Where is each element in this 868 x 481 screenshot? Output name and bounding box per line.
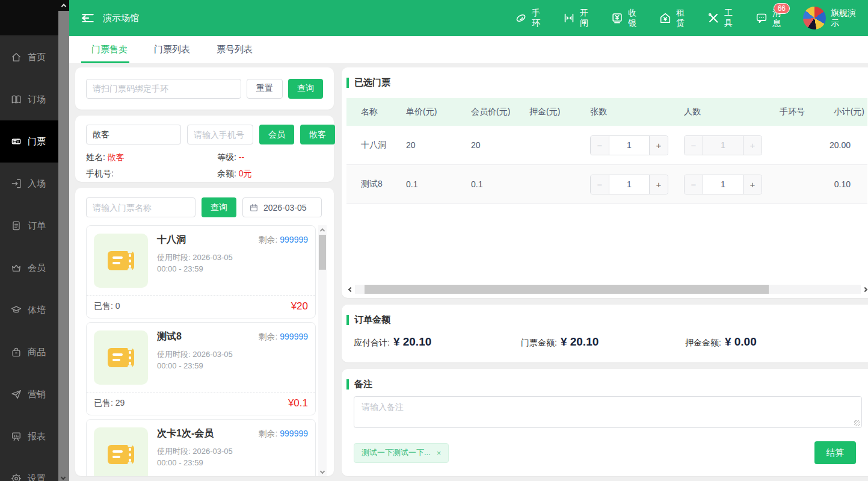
ticket-query-button[interactable]: 查询 <box>202 197 236 217</box>
sidebar-scrollbar[interactable] <box>58 0 69 481</box>
scroll-down-icon[interactable] <box>61 475 66 480</box>
scrollbar-track[interactable] <box>355 285 861 294</box>
sold-value: 29 <box>115 398 125 408</box>
top-nav: 手环 开闸 收银 租赁 工具 <box>514 7 860 29</box>
sidebar-item-orders[interactable]: 订单 <box>0 205 58 247</box>
sidebar-item-home[interactable]: 首页 <box>0 36 58 78</box>
sidebar-item-entry[interactable]: 入场 <box>0 163 58 205</box>
ticket-period: 使用时段: 2026-03-0500:00 - 23:59 <box>157 349 308 371</box>
topnav-label: 工具 <box>724 8 733 28</box>
topnav-rental[interactable]: 租赁 <box>659 8 685 28</box>
reset-button[interactable]: 重置 <box>247 79 283 99</box>
scan-code-input[interactable] <box>86 79 241 99</box>
section-accent-bar <box>346 315 349 325</box>
qty-value[interactable]: 1 <box>609 175 650 194</box>
topnav-tools[interactable]: 工具 <box>707 8 733 28</box>
selected-tickets-title: 已选门票 <box>354 77 390 88</box>
date-picker[interactable]: 2026-03-05 <box>242 197 322 217</box>
crown-icon <box>10 262 22 274</box>
tab-ticket-list[interactable]: 门票列表 <box>154 36 190 63</box>
tab-ticket-number-list[interactable]: 票号列表 <box>217 36 253 63</box>
topnav-gate[interactable]: 开闸 <box>562 8 589 28</box>
ticket-card[interactable]: 次卡1次-会员 剩余: 999999 使用时段: 2026-03-0500:00… <box>86 419 316 476</box>
member-button[interactable]: 会员 <box>259 125 294 144</box>
date-value: 2026-03-05 <box>263 203 307 213</box>
message-bubble-icon <box>755 11 768 25</box>
sidebar-item-label: 设置 <box>28 473 46 481</box>
section-accent-bar <box>346 379 349 389</box>
member-name-input[interactable] <box>86 125 181 144</box>
ticket-list-scrollbar[interactable] <box>318 225 327 476</box>
qty-increase-button[interactable]: + <box>650 136 668 155</box>
ticket-period: 使用时段: 2026-03-0500:00 - 23:59 <box>157 252 308 275</box>
sidebar-item-goods[interactable]: 商品 <box>0 331 58 373</box>
remain-value: 999999 <box>280 429 308 438</box>
sidebar-item-training[interactable]: 体培 <box>0 289 58 331</box>
scroll-down-icon[interactable] <box>320 469 325 474</box>
ticket-name-input[interactable] <box>86 197 195 217</box>
sidebar-item-reports[interactable]: 报表 <box>0 415 58 458</box>
people-decrease-button[interactable]: − <box>685 175 703 194</box>
sold-label: 已售: <box>94 301 113 311</box>
sidebar-item-label: 营销 <box>28 389 46 400</box>
topnav-cashier[interactable]: 收银 <box>611 8 637 28</box>
period-time: 00:00 - 23:59 <box>157 264 203 273</box>
order-amount-card: 订单金额 应付合计: ¥ 20.10 门票金额: ¥ 20.10 押金金额: <box>342 305 868 362</box>
member-phone-row: 手机号: <box>86 169 217 179</box>
settle-button[interactable]: 结算 <box>814 441 856 464</box>
sidebar-item-marketing[interactable]: 营销 <box>0 373 58 415</box>
gate-icon <box>562 11 576 25</box>
remain-label: 剩余: <box>259 332 278 341</box>
sidebar-item-members[interactable]: 会员 <box>0 247 58 289</box>
sidebar-item-settings[interactable]: 设置 <box>0 458 58 481</box>
payable-label: 应付合计: <box>354 338 390 349</box>
topnav-messages[interactable]: 消息 66 <box>755 8 781 28</box>
deposit-amount-value: ¥ 0.00 <box>725 335 757 349</box>
topnav-band[interactable]: 手环 <box>514 8 541 28</box>
people-value[interactable]: 1 <box>703 175 743 194</box>
app-screen: 首页 订场 门票 入场 订单 会员 体培 商品 <box>0 0 868 481</box>
scroll-up-icon[interactable] <box>58 0 69 11</box>
remain-label: 剩余: <box>259 429 278 438</box>
col-band-number: 手环号 <box>780 107 822 117</box>
remark-title: 备注 <box>354 379 372 390</box>
user-avatar <box>803 7 826 29</box>
sidebar-item-label: 体培 <box>28 305 46 316</box>
right-panel: 已选门票 名称 单价(元) 会员价(元) 押金(元) 张数 人数 手环号 小计(… <box>342 67 868 476</box>
booking-icon <box>10 93 22 105</box>
scan-query-button[interactable]: 查询 <box>288 79 323 99</box>
ticket-name: 十八洞 <box>157 234 186 246</box>
qty-increase-button[interactable]: + <box>650 175 668 194</box>
people-increase-button[interactable]: + <box>743 175 762 194</box>
payable-value: ¥ 20.10 <box>393 335 431 349</box>
qty-decrease-button[interactable]: − <box>591 136 609 155</box>
collapse-menu-icon[interactable] <box>80 10 96 26</box>
remark-tag[interactable]: 测试一下测试一下... × <box>354 443 449 463</box>
guest-button[interactable]: 散客 <box>300 125 335 144</box>
scroll-left-icon[interactable] <box>346 288 355 291</box>
qty-value[interactable]: 1 <box>609 136 650 155</box>
ticket-card[interactable]: 测试8 剩余: 999999 使用时段: 2026-03-0500:00 - 2… <box>86 322 316 415</box>
sidebar-item-label: 商品 <box>28 347 46 358</box>
tab-ticket-sale[interactable]: 门票售卖 <box>91 36 128 63</box>
col-quantity: 张数 <box>590 107 684 117</box>
scroll-right-icon[interactable] <box>861 288 868 291</box>
sidebar-item-tickets[interactable]: 门票 <box>0 120 58 163</box>
sidebar-item-booking[interactable]: 订场 <box>0 78 58 120</box>
level-value: -- <box>239 152 244 162</box>
user-menu[interactable]: 旗舰演示 <box>803 7 860 29</box>
scrollbar-thumb[interactable] <box>365 285 769 294</box>
remove-tag-icon[interactable]: × <box>437 448 442 458</box>
home-icon <box>10 51 22 63</box>
qty-decrease-button[interactable]: − <box>591 175 609 194</box>
member-phone-input[interactable] <box>187 125 253 144</box>
remark-textarea[interactable] <box>354 396 862 428</box>
scroll-up-icon[interactable] <box>320 228 325 233</box>
cell-name: 测试8 <box>361 179 406 190</box>
ticket-card[interactable]: 十八洞 剩余: 999999 使用时段: 2026-03-0500:00 - 2… <box>86 225 316 318</box>
scrollbar-thumb[interactable] <box>319 235 326 270</box>
sidebar: 首页 订场 门票 入场 订单 会员 体培 商品 <box>0 0 58 481</box>
table-horizontal-scrollbar[interactable] <box>346 284 868 294</box>
ticket-remain: 剩余: 999999 <box>259 235 309 246</box>
cell-subtotal: 0.10 <box>822 179 867 189</box>
